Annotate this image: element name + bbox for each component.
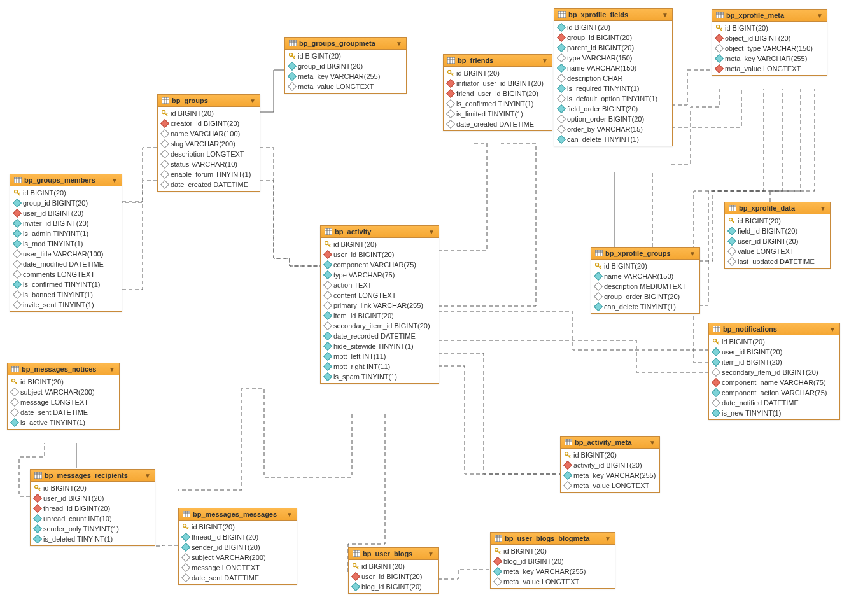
field-row[interactable]: is_confirmed TINYINT(1) (444, 99, 552, 109)
field-row[interactable]: id BIGINT(20) (712, 23, 827, 33)
field-row[interactable]: enable_forum TINYINT(1) (158, 169, 260, 179)
field-row[interactable]: id BIGINT(20) (8, 377, 119, 387)
field-row[interactable]: id BIGINT(20) (491, 546, 615, 556)
field-row[interactable]: message LONGTEXT (179, 563, 297, 573)
field-row[interactable]: option_order BIGINT(20) (554, 114, 672, 124)
field-row[interactable]: subject VARCHAR(200) (8, 387, 119, 397)
field-row[interactable]: friend_user_id BIGINT(20) (444, 88, 552, 99)
field-row[interactable]: can_delete TINYINT(1) (554, 134, 672, 144)
table-header[interactable]: bp_groups▼ (158, 95, 260, 107)
field-row[interactable]: id BIGINT(20) (285, 51, 406, 61)
field-row[interactable]: secondary_item_id BIGINT(20) (709, 367, 839, 377)
field-row[interactable]: is_spam TINYINT(1) (321, 372, 439, 382)
field-row[interactable]: secondary_item_id BIGINT(20) (321, 321, 439, 331)
field-row[interactable]: order_by VARCHAR(15) (554, 124, 672, 134)
field-row[interactable]: object_id BIGINT(20) (712, 33, 827, 43)
field-row[interactable]: meta_key VARCHAR(255) (491, 566, 615, 577)
field-row[interactable]: is_admin TINYINT(1) (10, 228, 122, 239)
table-header[interactable]: bp_friends▼ (444, 55, 552, 67)
table-bp_activity[interactable]: bp_activity▼id BIGINT(20)user_id BIGINT(… (320, 225, 439, 384)
table-bp_friends[interactable]: bp_friends▼id BIGINT(20)initiator_user_i… (443, 54, 552, 131)
field-row[interactable]: is_mod TINYINT(1) (10, 239, 122, 249)
field-row[interactable]: invite_sent TINYINT(1) (10, 300, 122, 310)
field-row[interactable]: is_required TINYINT(1) (554, 83, 672, 94)
collapse-arrow-icon[interactable]: ▼ (249, 97, 256, 104)
field-row[interactable]: component_action VARCHAR(75) (709, 388, 839, 398)
field-row[interactable]: meta_value LONGTEXT (285, 81, 406, 92)
table-header[interactable]: bp_xprofile_meta▼ (712, 10, 827, 22)
field-row[interactable]: can_delete TINYINT(1) (591, 302, 699, 312)
field-row[interactable]: thread_id BIGINT(20) (179, 532, 297, 542)
collapse-arrow-icon[interactable]: ▼ (396, 40, 402, 47)
field-row[interactable]: creator_id BIGINT(20) (158, 118, 260, 129)
table-header[interactable]: bp_xprofile_fields▼ (554, 9, 672, 21)
field-row[interactable]: is_new TINYINT(1) (709, 408, 839, 418)
field-row[interactable]: component VARCHAR(75) (321, 260, 439, 270)
field-row[interactable]: meta_value LONGTEXT (712, 64, 827, 74)
field-row[interactable]: id BIGINT(20) (349, 561, 438, 571)
collapse-arrow-icon[interactable]: ▼ (689, 250, 696, 257)
field-row[interactable]: id BIGINT(20) (709, 337, 839, 347)
table-header[interactable]: bp_user_blogs▼ (349, 548, 438, 560)
field-row[interactable]: id BIGINT(20) (321, 239, 439, 249)
table-header[interactable]: bp_messages_notices▼ (8, 363, 119, 375)
table-bp_groups_members[interactable]: bp_groups_members▼id BIGINT(20)group_id … (10, 174, 122, 312)
field-row[interactable]: group_id BIGINT(20) (285, 61, 406, 71)
field-row[interactable]: id BIGINT(20) (179, 522, 297, 532)
collapse-arrow-icon[interactable]: ▼ (662, 11, 668, 18)
collapse-arrow-icon[interactable]: ▼ (817, 12, 823, 19)
field-row[interactable]: meta_value LONGTEXT (491, 577, 615, 587)
field-row[interactable]: sender_id BIGINT(20) (179, 542, 297, 552)
field-row[interactable]: user_id BIGINT(20) (10, 208, 122, 218)
field-row[interactable]: date_notified DATETIME (709, 398, 839, 408)
field-row[interactable]: mptt_left INT(11) (321, 351, 439, 361)
field-row[interactable]: is_limited TINYINT(1) (444, 109, 552, 119)
field-row[interactable]: user_id BIGINT(20) (349, 571, 438, 582)
collapse-arrow-icon[interactable]: ▼ (428, 550, 434, 557)
field-row[interactable]: id BIGINT(20) (561, 450, 659, 460)
field-row[interactable]: group_id BIGINT(20) (10, 198, 122, 208)
field-row[interactable]: description LONGTEXT (158, 149, 260, 159)
field-row[interactable]: date_modified DATETIME (10, 259, 122, 269)
field-row[interactable]: id BIGINT(20) (554, 22, 672, 32)
table-header[interactable]: bp_activity▼ (321, 226, 439, 238)
table-header[interactable]: bp_messages_messages▼ (179, 508, 297, 521)
field-row[interactable]: name VARCHAR(150) (554, 63, 672, 73)
field-row[interactable]: is_active TINYINT(1) (8, 417, 119, 428)
field-row[interactable]: date_created DATETIME (158, 179, 260, 190)
table-bp_messages_notices[interactable]: bp_messages_notices▼id BIGINT(20)subject… (7, 363, 120, 430)
field-row[interactable]: is_banned TINYINT(1) (10, 290, 122, 300)
field-row[interactable]: id BIGINT(20) (158, 108, 260, 118)
table-header[interactable]: bp_notifications▼ (709, 323, 839, 335)
field-row[interactable]: user_id BIGINT(20) (709, 347, 839, 357)
field-row[interactable]: user_id BIGINT(20) (725, 236, 830, 246)
collapse-arrow-icon[interactable]: ▼ (829, 326, 836, 333)
field-row[interactable]: hide_sitewide TINYINT(1) (321, 341, 439, 351)
field-row[interactable]: meta_key VARCHAR(255) (561, 470, 659, 480)
field-row[interactable]: id BIGINT(20) (31, 483, 155, 493)
collapse-arrow-icon[interactable]: ▼ (820, 205, 826, 212)
table-bp_groups[interactable]: bp_groups▼id BIGINT(20)creator_id BIGINT… (157, 94, 260, 192)
field-row[interactable]: type VARCHAR(150) (554, 53, 672, 63)
field-row[interactable]: meta_key VARCHAR(255) (285, 71, 406, 81)
field-row[interactable]: last_updated DATETIME (725, 256, 830, 267)
field-row[interactable]: meta_key VARCHAR(255) (712, 53, 827, 64)
collapse-arrow-icon[interactable]: ▼ (605, 535, 611, 542)
collapse-arrow-icon[interactable]: ▼ (542, 57, 548, 64)
field-row[interactable]: type VARCHAR(75) (321, 270, 439, 280)
field-row[interactable]: id BIGINT(20) (591, 261, 699, 271)
field-row[interactable]: user_title VARCHAR(100) (10, 249, 122, 259)
field-row[interactable]: unread_count INT(10) (31, 514, 155, 524)
table-bp_xprofile_fields[interactable]: bp_xprofile_fields▼id BIGINT(20)group_id… (554, 8, 673, 146)
field-row[interactable]: date_sent DATETIME (8, 407, 119, 417)
field-row[interactable]: content LONGTEXT (321, 290, 439, 300)
collapse-arrow-icon[interactable]: ▼ (144, 472, 151, 479)
field-row[interactable]: primary_link VARCHAR(255) (321, 300, 439, 311)
table-header[interactable]: bp_groups_members▼ (10, 174, 122, 186)
table-header[interactable]: bp_messages_recipients▼ (31, 470, 155, 482)
collapse-arrow-icon[interactable]: ▼ (109, 366, 115, 373)
collapse-arrow-icon[interactable]: ▼ (286, 511, 293, 518)
field-row[interactable]: description MEDIUMTEXT (591, 281, 699, 291)
table-header[interactable]: bp_user_blogs_blogmeta▼ (491, 533, 615, 545)
field-row[interactable]: id BIGINT(20) (725, 216, 830, 226)
